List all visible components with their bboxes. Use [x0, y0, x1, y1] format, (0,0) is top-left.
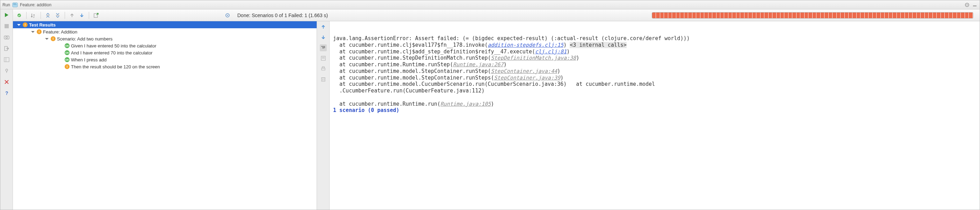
- soft-wrap-icon[interactable]: [320, 44, 327, 51]
- svg-text:?: ?: [5, 91, 8, 96]
- file-link[interactable]: addition-stepdefs.clj:15: [488, 42, 564, 48]
- svg-rect-8: [4, 36, 9, 39]
- console-line: at cucumber.runtime.StepDefinitionMatch.…: [333, 55, 976, 62]
- svg-rect-29: [321, 68, 325, 70]
- chevron-down-icon[interactable]: [31, 31, 35, 33]
- console-line: at cucumber.runtime.model.StepContainer.…: [333, 75, 976, 81]
- svg-point-4: [967, 4, 968, 5]
- console-line: [333, 94, 976, 101]
- pin-icon[interactable]: [3, 67, 10, 74]
- svg-text:z: z: [33, 15, 35, 18]
- console-line: at cucumber.runtime.clj$eval177$fn__178.…: [333, 42, 976, 49]
- test-toolbar: az Done: Scenarios 0 of 1 Failed: 1 (1.6…: [13, 9, 980, 21]
- status-ok-icon: OK: [65, 57, 70, 62]
- tree-feature-row[interactable]: ! Feature: Addition: [13, 28, 317, 35]
- gear-icon[interactable]: [964, 2, 970, 8]
- file-link[interactable]: Runtime.java:267: [453, 62, 504, 68]
- tree-step-label: When I press add: [71, 57, 107, 62]
- rerun-icon[interactable]: [3, 11, 10, 19]
- exit-icon[interactable]: [3, 45, 10, 52]
- tree-step-row[interactable]: OK When I press add: [13, 56, 317, 63]
- status-warn-icon: !: [51, 36, 56, 41]
- expand-all-icon[interactable]: [45, 12, 51, 19]
- svg-rect-31: [321, 78, 325, 81]
- feature-title: Feature: addition: [20, 2, 51, 7]
- tree-scenario-label: Scenario: Add two numbers: [57, 36, 113, 41]
- status-warn-icon: !: [23, 22, 28, 27]
- print-icon[interactable]: [320, 65, 327, 72]
- svg-rect-2: [13, 5, 17, 5]
- svg-rect-5: [973, 6, 977, 6]
- file-link[interactable]: clj.clj:81: [535, 49, 566, 55]
- svg-rect-11: [4, 58, 9, 62]
- console-line: java.lang.AssertionError: Assert failed:…: [333, 35, 976, 42]
- tree-step-label: And I have entered 70 into the calculato…: [71, 50, 153, 55]
- collapse-all-icon[interactable]: [54, 12, 61, 19]
- console-line: at cucumber.runtime.Runtime.run(Runtime.…: [333, 101, 976, 107]
- console-summary: 1 scenario (0 passed): [333, 107, 976, 114]
- run-label: Run: [2, 2, 10, 7]
- tree-root-row[interactable]: ! Test Results: [13, 21, 317, 28]
- file-link[interactable]: Runtime.java:105: [441, 101, 491, 107]
- status-ok-icon: OK: [65, 50, 70, 55]
- svg-rect-30: [322, 66, 325, 68]
- internal-calls: <3 internal calls>: [570, 42, 627, 48]
- scroll-down-icon[interactable]: [320, 34, 327, 41]
- tree-root-label: Test Results: [29, 22, 56, 28]
- run-tool-window-titlebar: Run Feature: addition: [0, 0, 980, 9]
- scroll-up-icon[interactable]: [320, 24, 327, 30]
- run-left-gutter: ?: [0, 9, 13, 210]
- console-line: .CucumberFeature.run(CucumberFeature.jav…: [333, 88, 976, 94]
- export-results-icon[interactable]: [92, 12, 100, 19]
- gear-toolbar-icon[interactable]: [224, 12, 231, 19]
- minimize-icon[interactable]: [972, 2, 978, 8]
- console-gutter: [317, 21, 329, 210]
- tree-step-label: Then the result should be 120 on the scr…: [71, 64, 160, 69]
- test-summary: Done: Scenarios 0 of 1 Failed: 1 (1.663 …: [237, 13, 328, 18]
- file-link[interactable]: StepDefinitionMatch.java:38: [491, 55, 576, 61]
- status-warn-icon: !: [65, 64, 70, 69]
- tree-scenario-row[interactable]: ! Scenario: Add two numbers: [13, 35, 317, 42]
- tree-step-row[interactable]: ! Then the result should be 120 on the s…: [13, 63, 317, 70]
- tree-step-row[interactable]: OK Given I have entered 50 into the calc…: [13, 42, 317, 49]
- console-line: at cucumber.runtime.model.CucumberScenar…: [333, 81, 976, 88]
- stop-icon[interactable]: [3, 23, 10, 30]
- next-failed-icon[interactable]: [78, 12, 85, 19]
- tree-step-label: Given I have entered 50 into the calcula…: [71, 43, 156, 49]
- svg-point-13: [6, 69, 8, 71]
- svg-marker-6: [5, 13, 8, 17]
- feature-icon: [12, 2, 18, 8]
- close-icon[interactable]: [3, 79, 10, 85]
- tree-step-row[interactable]: OK And I have entered 70 into the calcul…: [13, 49, 317, 56]
- test-tree[interactable]: ! Test Results ! Feature: Addition ! Sce…: [13, 21, 317, 210]
- chevron-down-icon[interactable]: [45, 38, 49, 40]
- status-warn-icon: !: [37, 29, 41, 34]
- sort-alpha-icon[interactable]: az: [30, 12, 37, 19]
- console-line: at cucumber.runtime.Runtime.runStep(Runt…: [333, 62, 976, 68]
- console-line: at cucumber.runtime.model.StepContainer.…: [333, 68, 976, 75]
- tree-feature-label: Feature: Addition: [43, 29, 77, 35]
- svg-point-25: [227, 15, 228, 16]
- svg-rect-1: [13, 3, 16, 4]
- filter-ok-icon[interactable]: [16, 12, 23, 19]
- camera-icon[interactable]: [3, 34, 10, 41]
- console-output[interactable]: java.lang.AssertionError: Assert failed:…: [329, 21, 980, 210]
- file-link[interactable]: StepContainer.java:44: [491, 68, 557, 74]
- test-progress-bar: [652, 12, 974, 19]
- svg-point-9: [6, 36, 7, 38]
- status-ok-icon: OK: [65, 43, 70, 48]
- chevron-down-icon[interactable]: [17, 24, 21, 26]
- scroll-to-end-icon[interactable]: [320, 55, 327, 62]
- layout-icon[interactable]: [3, 56, 10, 63]
- console-line: at cucumber.runtime.clj$add_step_definit…: [333, 49, 976, 55]
- file-link[interactable]: StepContainer.java:39: [494, 75, 561, 81]
- prev-failed-icon[interactable]: [68, 12, 75, 19]
- clear-icon[interactable]: [320, 76, 327, 83]
- help-icon[interactable]: ?: [3, 90, 10, 96]
- svg-rect-7: [5, 24, 9, 28]
